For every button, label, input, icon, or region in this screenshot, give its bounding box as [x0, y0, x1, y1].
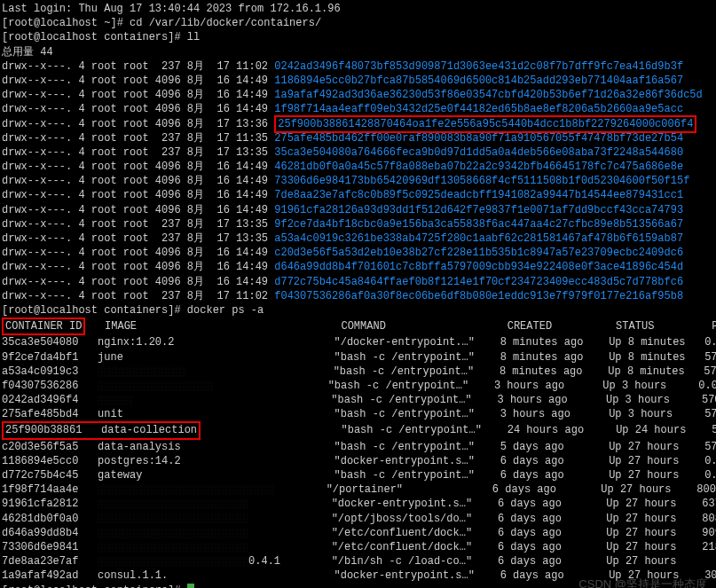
user-host: root@localhost [8, 17, 98, 29]
command-text: ll [187, 31, 200, 43]
docker-ps-header: CONTAINER ID IMAGE COMMAND CREATED STATU… [2, 318, 714, 335]
docker-ps-output: 35ca3e504080 nginx:1.20.2 "/docker-entry… [2, 335, 714, 583]
ls-row: drwx--x---. 4 root root 4096 8月 16 14:49… [2, 246, 714, 260]
container-dir-link: 275afe485bd462ff00e0raf890083b8a90f71a91… [274, 132, 683, 145]
user-host: root@localhost [8, 584, 98, 589]
user-host: root@localhost [8, 31, 98, 43]
redacted-image-name [98, 556, 248, 567]
command-text: docker ps -a [187, 304, 264, 317]
ls-row: drwx--x---. 4 root root 237 8月 17 11:02 … [2, 289, 714, 303]
container-dir-link: 35ca3e504080a764666feca9b0d97d1dd5a0a4de… [274, 146, 683, 159]
redacted-image-name [98, 484, 275, 495]
docker-ps-row: d772c75b4c45 gateway "bash -c /entrypoin… [2, 468, 714, 482]
redacted-image-name [98, 366, 186, 377]
container-dir-link: 25f900b38861428870464oa1fe2e556a95c5440b… [278, 118, 693, 130]
ls-row: drwx--x---. 4 root root 237 8月 17 11:35 … [2, 131, 714, 145]
container-dir-link: 46281db0f0a0a45c57f8a088eba07b22a2c9342b… [274, 161, 683, 173]
prompt-path: containers [104, 304, 168, 317]
docker-ps-row: c20d3e56f5a5 data-analysis "bash -c /ent… [2, 440, 714, 454]
container-dir-link: 9f2ce7da4bf18cbc0a9e156ba3ca55838f6ac447… [274, 218, 683, 231]
container-dir-link: 1a9afaf492ad3d36ae36230d53f86e03547cbfd4… [274, 89, 702, 101]
user-host: root@localhost [8, 304, 98, 317]
redacted-image-name [98, 513, 248, 523]
docker-ps-row: 9f2ce7da4bf1 june "bash -c /entrypoint…"… [2, 350, 714, 365]
redacted-image-name [98, 395, 133, 405]
docker-ps-row: 73306d6e9841 "/etc/confluent/dock…" 6 da… [2, 540, 714, 554]
ls-row: drwx--x---. 4 root root 4096 8月 16 14:49… [2, 174, 714, 188]
prompt-line-1[interactable]: [root@localhost ~]# cd /var/lib/docker/c… [2, 16, 714, 30]
container-dir-link: 73306d6e984173bb65420969df13058668f4cf51… [274, 175, 689, 187]
ls-row: drwx--x---. 4 root root 237 8月 17 11:02 … [2, 59, 714, 74]
ls-row: drwx--x---. 4 root root 4096 8月 17 13:36… [2, 117, 714, 131]
ls-row: drwx--x---. 4 root root 4096 8月 16 14:49… [2, 260, 714, 274]
container-dir-link: a53a4c0919c3261be338ab4725f280c1aabf62c2… [274, 232, 683, 245]
docker-ps-row: 46281db0f0a0 "/opt/jboss/tools/do…" 6 da… [2, 512, 714, 526]
docker-ps-row: 25f900b38861 data-collection "bash -c /e… [2, 421, 714, 439]
redacted-image-name [98, 528, 248, 538]
prompt-path: ~ [104, 17, 110, 29]
total-line: 总用量 44 [2, 45, 714, 59]
command-text: cd /var/lib/docker/containers/ [130, 17, 321, 29]
ls-row: drwx--x---. 4 root root 4096 8月 16 14:49… [2, 74, 714, 88]
docker-ps-row: 7de8aa23e7af 0.4.1 "/bin/sh -c /load-co…… [2, 554, 714, 568]
ls-row: drwx--x---. 4 root root 4096 8月 16 14:49… [2, 275, 714, 289]
highlighted-container-hash: 25f900b38861428870464oa1fe2e556a95c5440b… [274, 115, 696, 133]
docker-ps-row: 1a9afaf492ad consul.1.1. "docker-entrypo… [2, 568, 714, 583]
ls-row: drwx--x---. 4 root root 4096 8月 16 14:49… [2, 188, 714, 202]
container-dir-link: 1f98f714aa4eaff09eb3432d25e0f44182ed65b8… [274, 103, 683, 115]
ls-row: drwx--x---. 4 root root 4096 8月 16 14:49… [2, 160, 714, 174]
ls-row: drwx--x---. 4 root root 237 8月 17 13:35 … [2, 145, 714, 160]
docker-ps-row: 91961cfa2812 "docker-entrypoint.s…" 6 da… [2, 497, 714, 511]
container-dir-link: c20d3e56f5a53d2eb10e38b27cf228e11b535b1c… [274, 247, 683, 259]
prompt-line-3[interactable]: [root@localhost containers]# docker ps -… [2, 303, 714, 318]
highlighted-docker-row: 25f900b38861 data-collection [2, 421, 201, 439]
container-dir-link: 7de8aa23e7afc8c0b89f5c0925deadcbff194108… [274, 189, 683, 201]
prompt-line-4[interactable]: [root@localhost containers]# [2, 584, 714, 589]
ls-row: drwx--x---. 4 root root 237 8月 17 13:35 … [2, 217, 714, 231]
prompt-line-2[interactable]: [root@localhost containers]# ll [2, 30, 714, 44]
header-container-id: CONTAINER ID [2, 318, 85, 335]
docker-ps-row: 275afe485bd4 unit "bash -c /entrypoint…"… [2, 407, 714, 421]
container-dir-link: 1186894e5cc0b27bfca87b5854069d6500c814b2… [274, 74, 683, 87]
docker-ps-row: 0242ad3496f4 "bash -c /entrypoint…" 3 ho… [2, 393, 714, 407]
docker-ps-row: 1186894e5cc0 postgres:14.2 "docker-entry… [2, 454, 714, 468]
login-message: Last login: Thu Aug 17 13:40:44 2023 fro… [2, 2, 714, 16]
docker-ps-row: 1f98f714aa4e "/portainer" 6 days ago Up … [2, 482, 714, 497]
redacted-image-name [98, 498, 248, 509]
docker-ps-row: d646a99dd8b4 "/etc/confluent/dock…" 6 da… [2, 526, 714, 540]
container-dir-link: 91961cfa28126a93d93dd1f512d642f7e9837f1e… [274, 204, 683, 216]
container-dir-link: 0242ad3496f48073bf853d909871d3063ee431d2… [274, 60, 683, 73]
ls-row: drwx--x---. 4 root root 4096 8月 16 14:49… [2, 88, 714, 102]
container-dir-link: f04307536286af0a30f8ec06be6df8b080e1eddc… [274, 290, 683, 302]
redacted-image-name [98, 542, 248, 553]
redacted-image-name [98, 380, 213, 391]
ls-row: drwx--x---. 4 root root 4096 8月 16 14:49… [2, 203, 714, 217]
container-dir-link: d646a99dd8b4f701601c7c8bffa5797009cbb934… [274, 261, 683, 273]
docker-ps-row: a53a4c0919c3 "bash -c /entrypoint…" 8 mi… [2, 365, 714, 379]
docker-ps-row: 35ca3e504080 nginx:1.20.2 "/docker-entry… [2, 335, 714, 349]
docker-ps-row: f04307536286 "bash -c /entrypoint…" 3 ho… [2, 379, 714, 393]
ls-output: drwx--x---. 4 root root 237 8月 17 11:02 … [2, 59, 714, 303]
prompt-path: containers [104, 584, 168, 589]
cursor-icon [187, 584, 194, 588]
prompt-path: containers [104, 31, 168, 43]
container-dir-link: d772c75b4c45a8464ffaef0b8f1214e1f70cf234… [274, 276, 683, 288]
ls-row: drwx--x---. 4 root root 237 8月 17 13:35 … [2, 231, 714, 246]
